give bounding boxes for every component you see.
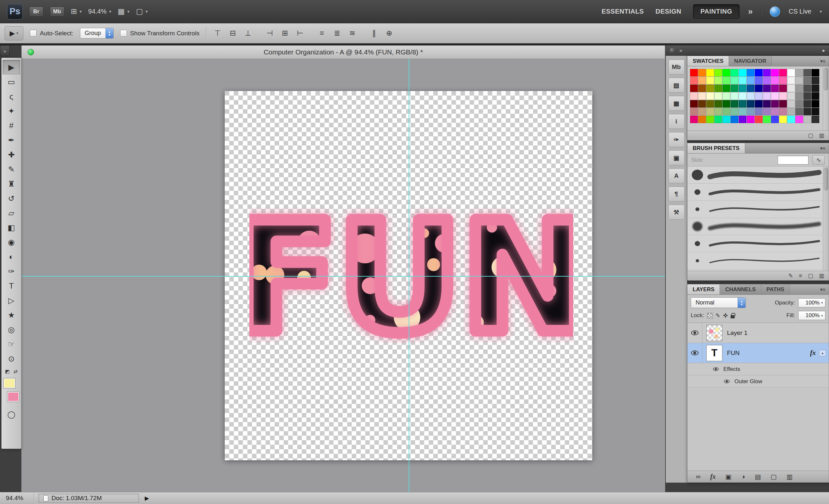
swatch-35[interactable]: [714, 84, 722, 92]
align-icon-8[interactable]: ≣: [332, 29, 342, 38]
swatch-67[interactable]: [714, 100, 722, 108]
swatch-30[interactable]: [803, 77, 811, 84]
layer-comps-panel-icon[interactable]: ▤: [669, 78, 685, 93]
hand-tool[interactable]: ☞: [3, 337, 20, 352]
align-icon-6[interactable]: ⊢: [295, 29, 305, 38]
swatch-81[interactable]: [698, 108, 706, 115]
visibility-toggle[interactable]: [687, 323, 702, 343]
brush-preset-2[interactable]: [687, 184, 823, 201]
swatch-76[interactable]: [787, 100, 795, 108]
swatch-106[interactable]: [771, 116, 779, 123]
rectangular-marquee-tool[interactable]: ▭: [3, 74, 20, 89]
swatch-68[interactable]: [722, 100, 730, 108]
tab-swatches[interactable]: SWATCHES: [687, 56, 729, 66]
outer-glow-row[interactable]: Outer Glow: [687, 375, 829, 388]
swatch-20[interactable]: [722, 77, 730, 84]
delete-layer-button[interactable]: ▥: [787, 473, 793, 481]
swatch-29[interactable]: [795, 77, 803, 84]
layer-style-button[interactable]: fx: [710, 473, 716, 480]
quick-mask-button[interactable]: ◯: [3, 407, 20, 422]
swatch-18[interactable]: [706, 77, 714, 84]
align-icon-2[interactable]: ⊟: [228, 29, 238, 38]
swatch-53[interactable]: [730, 92, 738, 100]
swatch-62[interactable]: [803, 92, 811, 100]
zoom-level-dropdown[interactable]: 94.4% ▾: [88, 8, 111, 15]
fill-input[interactable]: 100% ▾: [798, 311, 825, 320]
swatch-28[interactable]: [787, 77, 795, 84]
new-group-button[interactable]: ▤: [755, 473, 761, 481]
swatch-50[interactable]: [706, 92, 714, 100]
document-titlebar[interactable]: Computer Organization - A @ 94.4% (FUN, …: [22, 45, 665, 59]
swatch-51[interactable]: [714, 92, 722, 100]
swatch-103[interactable]: [747, 116, 755, 123]
swatch-46[interactable]: [803, 84, 811, 92]
swatch-0[interactable]: [690, 69, 698, 76]
show-transform-checkbox[interactable]: [120, 30, 127, 37]
dock-knob-icon[interactable]: [670, 48, 675, 53]
panel-menu-icon[interactable]: ▾≡: [817, 143, 829, 153]
brush-preset-4[interactable]: [687, 218, 823, 235]
swatch-2[interactable]: [706, 69, 714, 76]
swatch-111[interactable]: [812, 116, 819, 123]
collapse-effects-icon[interactable]: ▴: [819, 350, 826, 356]
swatch-92[interactable]: [787, 108, 795, 115]
swatch-15[interactable]: [812, 69, 819, 76]
zoom-tool[interactable]: ⊙: [3, 352, 20, 366]
swatch-69[interactable]: [730, 100, 738, 108]
swatch-3[interactable]: [714, 69, 722, 76]
lock-paint-icon[interactable]: ✎: [716, 312, 720, 319]
lock-transparency-icon[interactable]: [707, 313, 713, 318]
swatch-1[interactable]: [698, 69, 706, 76]
swatch-89[interactable]: [763, 108, 771, 115]
swatch-16[interactable]: [690, 77, 698, 84]
text-layer-thumbnail[interactable]: T: [706, 345, 722, 361]
swatch-55[interactable]: [747, 92, 755, 100]
swatch-72[interactable]: [755, 100, 763, 108]
clone-source-panel-icon[interactable]: ✑: [669, 132, 685, 147]
lasso-tool[interactable]: ς: [3, 89, 20, 104]
tab-brush-presets[interactable]: BRUSH PRESETS: [687, 143, 745, 153]
info-panel-icon[interactable]: i: [669, 114, 685, 129]
swatch-11[interactable]: [779, 69, 787, 76]
swatch-40[interactable]: [755, 84, 763, 92]
swatch-90[interactable]: [771, 108, 779, 115]
opacity-input[interactable]: 100% ▾: [798, 298, 825, 308]
swatch-99[interactable]: [714, 116, 722, 123]
swatch-88[interactable]: [755, 108, 763, 115]
default-colors-icon[interactable]: ◩: [5, 369, 10, 374]
swatch-48[interactable]: [690, 92, 698, 100]
swatch-8[interactable]: [755, 69, 763, 76]
swatch-42[interactable]: [771, 84, 779, 92]
swatch-33[interactable]: [698, 84, 706, 92]
align-icon-10[interactable]: ∥: [369, 29, 379, 38]
history-brush-tool[interactable]: ↺: [3, 191, 20, 206]
eraser-tool[interactable]: ▱: [3, 206, 20, 220]
auto-select-checkbox[interactable]: [30, 30, 37, 37]
swatch-101[interactable]: [730, 116, 738, 123]
layer-row-layer1[interactable]: Layer 1: [687, 323, 829, 343]
brush-preset-1[interactable]: [687, 167, 823, 184]
mini-bridge-panel-icon[interactable]: Mb: [669, 60, 685, 74]
lock-position-icon[interactable]: ✜: [723, 312, 728, 319]
tab-channels[interactable]: CHANNELS: [720, 284, 761, 294]
swatch-80[interactable]: [690, 108, 698, 115]
swatch-77[interactable]: [795, 100, 803, 108]
swatch-39[interactable]: [747, 84, 755, 92]
cs-live-button[interactable]: CS Live: [789, 8, 811, 15]
swatch-93[interactable]: [795, 108, 803, 115]
blend-mode-dropdown[interactable]: Normal ▲▼: [691, 297, 746, 308]
layer1-thumbnail[interactable]: [706, 325, 722, 341]
swatch-94[interactable]: [803, 108, 811, 115]
expand-dock-icon[interactable]: ▸: [823, 47, 825, 53]
swatch-49[interactable]: [698, 92, 706, 100]
align-icon-11[interactable]: ⊕: [384, 29, 394, 38]
swatch-27[interactable]: [779, 77, 787, 84]
swatch-9[interactable]: [763, 69, 771, 76]
swatch-21[interactable]: [730, 77, 738, 84]
swap-colors-icon[interactable]: ⇄: [13, 369, 18, 374]
paragraph-panel-icon[interactable]: ¶: [669, 187, 685, 202]
swatch-79[interactable]: [812, 100, 819, 108]
align-icon-9[interactable]: ≋: [348, 29, 357, 38]
brush-preset-3[interactable]: [687, 201, 823, 218]
bridge-button[interactable]: Br: [29, 6, 43, 17]
